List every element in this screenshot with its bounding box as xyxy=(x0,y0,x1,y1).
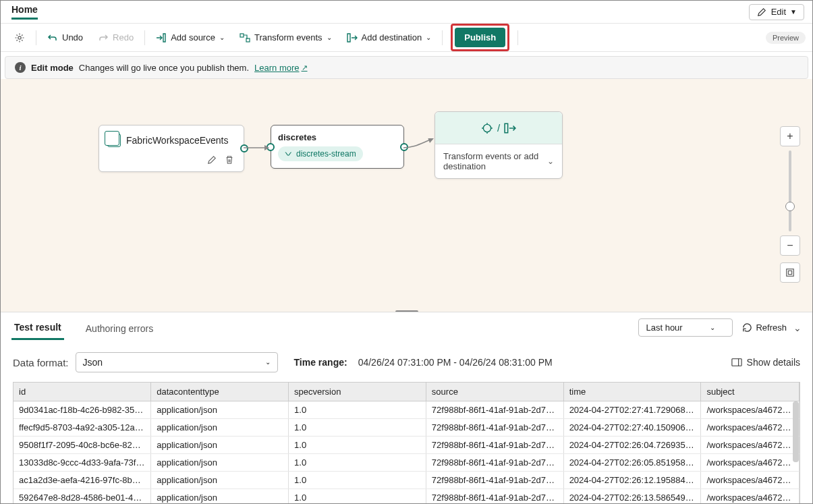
input-port[interactable] xyxy=(267,143,275,151)
add-destination-button[interactable]: Add destination ⌄ xyxy=(340,28,439,47)
column-header[interactable]: id xyxy=(13,383,151,401)
fit-screen-button[interactable] xyxy=(780,262,800,283)
gear-icon xyxy=(14,32,25,43)
results-table: iddatacontenttypespecversionsourcetimesu… xyxy=(13,382,800,504)
table-row[interactable]: ffecf9d5-8703-4a92-a305-12a423bapplicati… xyxy=(13,419,800,437)
table-cell: ffecf9d5-8703-4a92-a305-12a423b xyxy=(13,419,151,437)
process-icon xyxy=(481,122,493,134)
node-source[interactable]: FabricWorkspaceEvents xyxy=(99,125,244,172)
table-cell: 1.0 xyxy=(289,437,426,454)
table-cell: 9d0341ac-f18b-4c26-b982-35a1d1f xyxy=(13,401,151,419)
refresh-button[interactable]: Refresh xyxy=(742,323,787,333)
tab-home[interactable]: Home xyxy=(11,4,38,20)
time-select-value: Last hour xyxy=(646,323,682,333)
table-cell: 1.0 xyxy=(289,489,426,505)
svg-rect-6 xyxy=(731,359,741,366)
table-cell: application/json xyxy=(151,437,289,454)
zoom-thumb[interactable] xyxy=(785,202,795,211)
toolbar: Undo Redo Add source ⌄ Transform events … xyxy=(1,24,812,52)
stream-icon xyxy=(285,150,293,158)
tab-test-result[interactable]: Test result xyxy=(11,315,64,340)
publish-button[interactable]: Publish xyxy=(455,28,505,47)
node-destination[interactable]: / Transform events or add destination ⌄ xyxy=(434,111,563,179)
chevron-down-icon[interactable]: ⌄ xyxy=(547,157,554,166)
edit-button[interactable]: Edit ▼ xyxy=(749,4,804,20)
settings-button[interactable] xyxy=(7,28,32,47)
table-cell: /workspaces/a467253e- xyxy=(701,489,800,505)
node-discretes[interactable]: discretes discretes-stream xyxy=(271,125,404,169)
column-header[interactable]: specversion xyxy=(289,383,426,401)
redo-button[interactable]: Redo xyxy=(91,28,140,47)
edit-mode-title: Edit mode xyxy=(31,63,74,73)
table-cell: ac1a2d3e-aefa-4216-97fc-8b43d70 xyxy=(13,472,151,489)
data-format-select[interactable]: Json ⌄ xyxy=(76,352,278,372)
header: Home Edit ▼ xyxy=(1,1,812,24)
pencil-icon xyxy=(756,7,767,18)
dest-text: Transform events or add destination xyxy=(443,151,540,171)
redo-label: Redo xyxy=(113,32,134,43)
table-cell: 592647e8-8d28-4586-be01-46df52 xyxy=(13,489,151,505)
transform-icon xyxy=(240,32,250,43)
time-range-select[interactable]: Last hour ⌄ xyxy=(638,318,733,337)
zoom-slider[interactable] xyxy=(789,150,791,231)
table-cell: 1.0 xyxy=(289,401,426,419)
expand-panel-button[interactable]: ⌄ xyxy=(793,323,802,333)
output-port[interactable] xyxy=(240,144,248,152)
stream-pill: discretes-stream xyxy=(278,146,363,161)
add-dest-label: Add destination xyxy=(362,32,422,43)
table-cell: 72f988bf-86f1-41af-91ab-2d7cd01 xyxy=(426,472,563,489)
arrow-in-icon xyxy=(156,32,167,43)
table-row[interactable]: 9d0341ac-f18b-4c26-b982-35a1d1fapplicati… xyxy=(13,401,800,419)
table-cell: 72f988bf-86f1-41af-91ab-2d7cd01 xyxy=(426,419,563,437)
canvas[interactable]: FabricWorkspaceEvents discretes discrete… xyxy=(1,79,812,312)
exit-icon xyxy=(504,122,516,134)
table-cell: /workspaces/a467253e- xyxy=(701,401,800,419)
add-source-button[interactable]: Add source ⌄ xyxy=(149,28,231,47)
svg-point-3 xyxy=(483,124,490,132)
table-row[interactable]: ac1a2d3e-aefa-4216-97fc-8b43d70applicati… xyxy=(13,472,800,489)
vertical-scrollbar[interactable] xyxy=(793,401,799,462)
resize-handle[interactable] xyxy=(395,310,418,312)
table-cell: 13033d8c-9ccc-4d33-9afa-73f5c95 xyxy=(13,454,151,472)
table-cell: 2024-04-27T02:26:12.1958849Z xyxy=(563,472,701,489)
external-link-icon: ↗ xyxy=(302,63,308,72)
edit-mode-bar: i Edit mode Changes will go live once yo… xyxy=(5,56,808,79)
svg-rect-5 xyxy=(788,271,791,274)
show-details-label: Show details xyxy=(747,357,800,368)
table-cell: 1.0 xyxy=(289,454,426,472)
column-header[interactable]: subject xyxy=(701,383,800,401)
table-row[interactable]: 13033d8c-9ccc-4d33-9afa-73f5c95applicati… xyxy=(13,454,800,472)
caret-down-icon: ▼ xyxy=(790,9,797,16)
column-header[interactable]: time xyxy=(563,383,701,401)
data-format-row: Data format: Json ⌄ Time range: 04/26/24… xyxy=(1,343,812,382)
column-header[interactable]: datacontenttype xyxy=(151,383,289,401)
trash-icon[interactable] xyxy=(223,154,235,166)
show-details-button[interactable]: Show details xyxy=(731,357,800,368)
table-cell: application/json xyxy=(151,472,289,489)
table-cell: 72f988bf-86f1-41af-91ab-2d7cd01 xyxy=(426,401,563,419)
table-cell: /workspaces/a467253e- xyxy=(701,472,800,489)
svg-rect-4 xyxy=(787,269,794,277)
time-range-value: 04/26/24 07:31:00 PM - 04/26/24 08:31:00… xyxy=(358,357,553,368)
transform-events-button[interactable]: Transform events ⌄ xyxy=(233,28,339,47)
tab-authoring-errors[interactable]: Authoring errors xyxy=(83,316,156,339)
undo-button[interactable]: Undo xyxy=(40,28,90,47)
layers-icon xyxy=(107,134,121,147)
undo-label: Undo xyxy=(62,32,83,43)
table-row[interactable]: 9508f1f7-2095-40c8-bc6e-82bc942applicati… xyxy=(13,437,800,454)
table-cell: application/json xyxy=(151,489,289,505)
table-cell: application/json xyxy=(151,401,289,419)
zoom-controls: + − xyxy=(780,126,800,283)
data-format-label: Data format: xyxy=(13,357,69,368)
learn-more-link[interactable]: Learn more ↗ xyxy=(254,63,307,73)
publish-highlight: Publish xyxy=(451,24,509,51)
panel-tabs: Test result Authoring errors Last hour ⌄… xyxy=(1,312,812,343)
pencil-icon[interactable] xyxy=(206,154,218,166)
table-row[interactable]: 592647e8-8d28-4586-be01-46df52applicatio… xyxy=(13,489,800,505)
zoom-out-button[interactable]: − xyxy=(780,235,800,256)
column-header[interactable]: source xyxy=(426,383,563,401)
zoom-in-button[interactable]: + xyxy=(780,126,800,146)
stream-label: discretes-stream xyxy=(296,149,356,159)
table-cell: 2024-04-27T02:27:40.1509061Z xyxy=(563,419,701,437)
output-port[interactable] xyxy=(400,143,408,151)
